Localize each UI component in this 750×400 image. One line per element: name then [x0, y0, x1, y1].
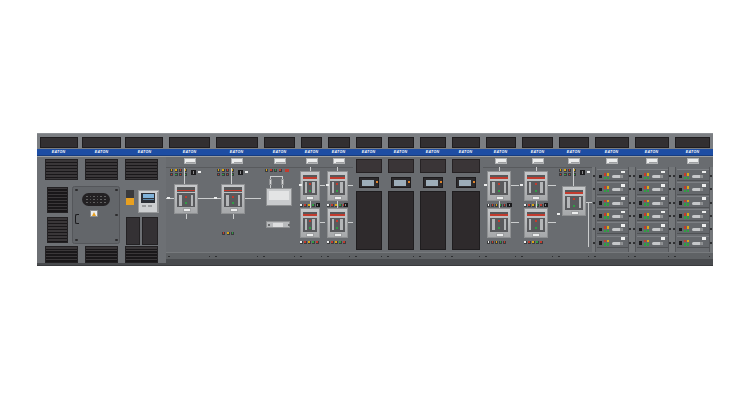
terminal-window: [273, 223, 283, 227]
plinth-upper: [298, 252, 325, 259]
roof-panel: [261, 133, 298, 149]
indicator-lens: [227, 174, 229, 176]
indicator-lens: [504, 241, 506, 243]
position-indicator: [232, 202, 234, 204]
section-feeder-stack-1: EATON: [298, 133, 325, 266]
unit-button: [599, 214, 602, 218]
bucket-label: [661, 211, 666, 214]
plinth-bolt: [588, 256, 590, 258]
mcc-bucket: [637, 169, 668, 181]
switch-slot: [240, 171, 241, 174]
wireway-latch: [633, 188, 635, 190]
indicator-light: [607, 203, 610, 206]
front-body: [325, 156, 353, 253]
plinth-upper: [483, 252, 519, 259]
handle-grip: [660, 215, 663, 218]
indicator-light: [285, 169, 289, 173]
plinth-bolt: [521, 256, 523, 258]
breaker-nameplate: [183, 208, 191, 212]
vent-grille: [45, 246, 78, 263]
wireway-latch: [673, 175, 675, 177]
wireway-latch: [593, 215, 595, 217]
unit-button: [639, 175, 642, 179]
wireway-latch: [673, 215, 675, 217]
charge-indicator: [535, 220, 537, 222]
front-body: [261, 156, 298, 253]
roof-vent: [452, 137, 480, 148]
mcc-bucket: [677, 182, 709, 194]
plinth-lower: [519, 259, 556, 266]
wireway-latch: [633, 202, 635, 204]
wireway-latch: [710, 242, 712, 244]
plinth-bolt: [209, 256, 211, 258]
plinth-upper: [519, 252, 556, 259]
control-switch: [316, 203, 321, 207]
hmi-button: [376, 181, 378, 183]
breaker-nameplate: [496, 233, 504, 237]
indicator-lens: [560, 174, 562, 176]
wireway-latch: [629, 202, 631, 204]
handle-grip: [700, 175, 703, 178]
indicator-light: [536, 241, 539, 244]
dark-door-panel: [420, 191, 446, 250]
wireway-latch: [673, 202, 675, 204]
indicator-light: [532, 241, 535, 244]
brand-logo: EATON: [305, 149, 319, 154]
indicator-lens: [524, 241, 526, 243]
unit-button: [679, 175, 682, 179]
brand-logo: EATON: [394, 149, 408, 154]
front-body: [672, 156, 713, 253]
roof-panel: [592, 133, 632, 149]
bucket-label: [621, 171, 626, 174]
nameplate-line: [276, 162, 285, 163]
wireway-latch: [633, 175, 635, 177]
nameplate-line: [689, 162, 698, 163]
blank-panel: [142, 217, 158, 245]
section-mcc-3: EATON: [672, 133, 713, 266]
bucket-handle: [652, 242, 663, 245]
hmi-display: [391, 177, 411, 188]
control-switch: [238, 170, 243, 175]
indicator-light: [339, 241, 342, 244]
breaker-nameplate: [334, 233, 342, 237]
indicator-light: [687, 203, 690, 206]
transformer-face: [269, 191, 289, 200]
grille-dot: [104, 196, 106, 198]
indicator-light: [607, 186, 610, 189]
grille-dot: [90, 199, 92, 201]
roof-panel: [483, 133, 519, 149]
bucket-label: [661, 224, 666, 227]
indicator-lens: [223, 232, 225, 234]
unit-button: [599, 241, 602, 245]
indicator-lens: [331, 204, 333, 206]
indicator-light: [647, 243, 650, 246]
section-dark-bay-3: EATON: [417, 133, 449, 266]
breaker-face: [303, 181, 317, 195]
indicator-lens: [279, 169, 281, 171]
mcc-bucket: [597, 222, 628, 234]
indicator-lens: [524, 204, 526, 206]
plinth-lower: [166, 259, 213, 266]
indicator-light: [647, 186, 650, 189]
indicator-light: [540, 241, 543, 244]
plinth-bolt: [515, 256, 517, 258]
blank-panel: [126, 217, 140, 245]
roof-vent: [216, 137, 258, 148]
roof-vent: [595, 137, 629, 148]
plinth-bolt: [327, 256, 329, 258]
air-circuit-breaker: [487, 171, 511, 201]
brand-logo: EATON: [273, 149, 287, 154]
plinth-bolt: [451, 256, 453, 258]
section-dark-bay-4: EATON: [449, 133, 483, 266]
plinth-lower: [449, 259, 483, 266]
breaker-pole: [179, 195, 182, 206]
label-tag: [245, 171, 248, 174]
grille-dot: [90, 202, 92, 204]
handle-grip: [620, 202, 623, 205]
roof-panel: [385, 133, 417, 149]
indicator-light: [312, 204, 315, 207]
indicator-light: [503, 241, 506, 244]
plinth-lower: [672, 259, 713, 266]
hmi-screen: [362, 180, 374, 186]
section-dark-bay-1: EATON: [353, 133, 385, 266]
